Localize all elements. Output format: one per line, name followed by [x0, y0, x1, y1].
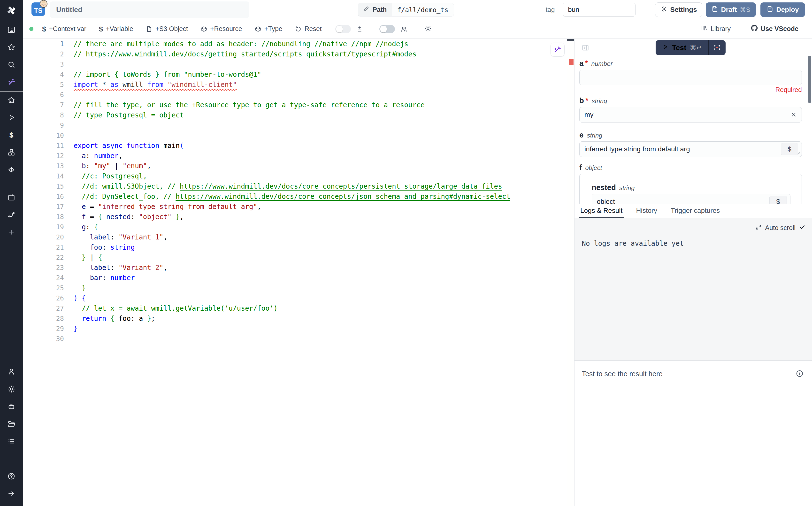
sidebar-item-prism[interactable] — [0, 161, 23, 179]
code-editor[interactable]: 1234567891011121314151617181920212223242… — [23, 39, 574, 506]
use-vscode-button[interactable]: Use VScode — [751, 25, 798, 33]
resource-button[interactable]: +Resource — [200, 25, 242, 33]
code-line[interactable]: label: "Variant 1", — [74, 232, 510, 242]
windmill-logo-icon[interactable] — [0, 0, 23, 21]
field-a-input[interactable] — [584, 74, 797, 81]
sidebar-item-help[interactable] — [0, 468, 23, 485]
code-line[interactable] — [74, 59, 510, 70]
code-line[interactable]: } | { — [74, 253, 510, 263]
sidebar-item-dollar[interactable]: $ — [0, 126, 23, 144]
sidebar-item-list[interactable] — [0, 433, 23, 450]
code-line[interactable]: //d: wmill.S3Object, // https://www.wind… — [74, 181, 510, 191]
deploy-button[interactable]: Deploy — [760, 2, 805, 17]
code-line[interactable]: //d: DynSelect_foo, // https://www.windm… — [74, 191, 510, 202]
sidebar-item-robot[interactable] — [0, 398, 23, 415]
insert-variable-button[interactable]: $ — [781, 143, 798, 155]
search-icon — [7, 61, 15, 70]
code-line[interactable]: // import { toWords } from "number-to-wo… — [74, 70, 510, 80]
code-line[interactable]: // there are multiple modes to add as he… — [74, 39, 510, 49]
code-line[interactable]: //c: Postgresql, — [74, 171, 510, 181]
sidebar-item-calendar[interactable] — [0, 189, 23, 206]
scrollbar-thumb[interactable] — [567, 39, 574, 41]
line-number: 6 — [23, 90, 64, 100]
sidebar-item-route[interactable] — [0, 206, 23, 224]
sidebar-item-user[interactable] — [0, 363, 23, 381]
code-line[interactable] — [74, 131, 510, 141]
sidebar-item-gear[interactable] — [0, 381, 23, 398]
code-line[interactable]: foo: string — [74, 242, 510, 253]
sidebar-item-home[interactable] — [0, 91, 23, 109]
field-nested-input[interactable] — [597, 198, 785, 203]
tag-input[interactable] — [563, 3, 635, 17]
library-button[interactable]: Library — [701, 25, 731, 33]
code-line[interactable]: // let x = await wmill.getVariable('u/us… — [74, 303, 510, 314]
code-line[interactable]: } — [74, 283, 510, 293]
context-var-button[interactable]: $+Context var — [42, 25, 86, 33]
sidebar-item-play[interactable] — [0, 109, 23, 126]
ai-assistant-button[interactable] — [550, 43, 564, 57]
type-button[interactable]: +Type — [255, 25, 282, 33]
code-line[interactable] — [74, 334, 510, 344]
path-label: Path — [373, 6, 387, 14]
field-e-input[interactable] — [584, 145, 797, 153]
diff-toggle[interactable] — [335, 25, 351, 33]
auto-scroll-label[interactable]: Auto scroll — [765, 224, 796, 232]
sidebar-item-apps[interactable] — [0, 21, 23, 39]
sidebar-item-search[interactable] — [0, 56, 23, 74]
code-line[interactable]: a: number, — [74, 151, 510, 161]
editor-settings-button[interactable] — [424, 25, 432, 33]
line-number: 28 — [23, 314, 64, 324]
sidebar-item-star[interactable] — [0, 39, 23, 56]
resize-handle[interactable] — [797, 148, 801, 156]
sidebar-item-boxes[interactable] — [0, 144, 23, 161]
tab-logs-result[interactable]: Logs & Result — [580, 203, 622, 218]
sidebar-item-magic-wand[interactable] — [0, 74, 23, 91]
variable-button[interactable]: $+Variable — [99, 25, 133, 33]
code-line[interactable]: // https://www.windmill.dev/docs/getting… — [74, 49, 510, 59]
code-line[interactable]: f = { nested: "object" }, — [74, 212, 510, 222]
package-icon — [200, 26, 207, 32]
sidebar-item-folder[interactable] — [0, 415, 23, 433]
sidebar-item-arrow-right[interactable] — [0, 485, 23, 503]
code-line[interactable]: } — [74, 324, 510, 334]
code-line[interactable]: ) { — [74, 293, 510, 303]
check-icon[interactable] — [799, 224, 805, 232]
code-line[interactable]: label: "Variant 2", — [74, 263, 510, 273]
form-scrollbar[interactable] — [808, 56, 811, 103]
path-button[interactable]: Path f/all/demo_ts — [358, 3, 454, 16]
code-line[interactable]: export async function main( — [74, 141, 510, 151]
settings-button[interactable]: Settings — [655, 2, 702, 17]
code-line[interactable]: import * as wmill from "windmill-client" — [74, 80, 510, 90]
capture-button[interactable] — [709, 40, 726, 55]
code-line[interactable]: e = "inferred type string from default a… — [74, 202, 510, 212]
s3-object-button[interactable]: +S3 Object — [146, 25, 188, 33]
sidebar-item-plus[interactable] — [0, 224, 23, 241]
test-button[interactable]: Test ⌘↵ — [656, 40, 708, 55]
code-line[interactable]: bar: number — [74, 273, 510, 283]
code-line[interactable]: g: { — [74, 222, 510, 232]
reset-button[interactable]: Reset — [295, 25, 322, 33]
insert-variable-button[interactable]: $ — [770, 196, 787, 203]
panel-collapse-button[interactable] — [581, 44, 590, 53]
code-line[interactable]: b: "my" | "enum", — [74, 161, 510, 171]
code-line[interactable] — [74, 90, 510, 100]
info-icon[interactable] — [796, 369, 804, 378]
tab-history[interactable]: History — [636, 203, 657, 218]
field-b-input[interactable] — [584, 111, 797, 118]
multiplayer-toggle[interactable] — [379, 25, 395, 33]
code-line[interactable]: return { foo: a }; — [74, 314, 510, 324]
script-title-input[interactable]: Untitled — [50, 1, 249, 18]
code-line[interactable] — [74, 120, 510, 131]
code-lines[interactable]: // there are multiple modes to add as he… — [74, 39, 510, 344]
required-star: * — [585, 59, 588, 68]
line-number: 11 — [23, 141, 64, 151]
code-line[interactable]: // type Postgresql = object — [74, 110, 510, 120]
overview-ruler[interactable] — [567, 39, 574, 506]
code-line[interactable]: // fill the type, or use the +Resource t… — [74, 100, 510, 110]
field-e-type: string — [587, 132, 602, 139]
clear-icon[interactable] — [791, 107, 797, 122]
resize-handle[interactable] — [786, 201, 790, 203]
draft-button[interactable]: Draft ⌘S — [706, 2, 756, 17]
expand-icon[interactable] — [755, 224, 761, 232]
tab-trigger-captures[interactable]: Trigger captures — [670, 203, 720, 218]
